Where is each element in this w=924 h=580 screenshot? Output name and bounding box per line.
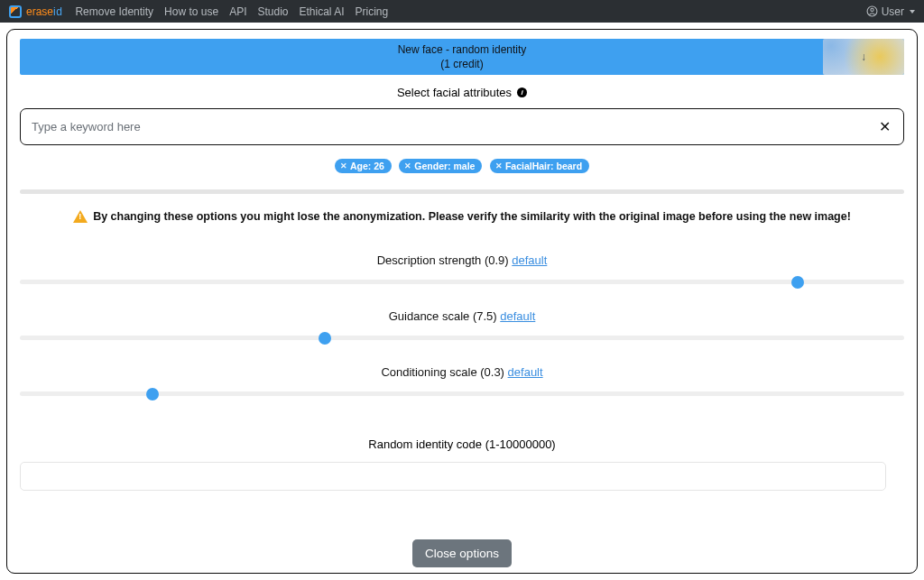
warning-text: By changing these options you might lose… [93, 210, 851, 223]
keyword-search-row: ✕ [20, 108, 904, 145]
anonymization-warning: By changing these options you might lose… [20, 210, 904, 223]
guidance-scale-slider[interactable] [20, 336, 904, 340]
slider-thumb[interactable] [319, 332, 331, 345]
attribute-tags: ✕ Age: 26 ✕ Gender: male ✕ FacialHair: b… [20, 156, 904, 173]
conditioning-scale-group: Conditioning scale (0.3) default [20, 365, 904, 396]
attributes-heading-row: Select facial attributes i [20, 86, 904, 99]
clear-search-icon[interactable]: ✕ [877, 118, 892, 135]
banner-preview-thumb[interactable]: ↓ [823, 39, 904, 75]
nav-studio[interactable]: Studio [257, 5, 288, 18]
description-strength-label: Description strength (0.9) [377, 253, 513, 267]
section-divider [20, 189, 904, 194]
identity-code-label: Random identity code (1-10000000) [20, 437, 904, 451]
guidance-scale-group: Guidance scale (7.5) default [20, 309, 904, 340]
banner-line-1: New face - random identity [20, 43, 904, 58]
chip-label: FacialHair: beard [505, 161, 582, 171]
download-arrow-icon: ↓ [861, 51, 866, 63]
slider-thumb[interactable] [791, 276, 804, 289]
brand-text-1: erase [26, 5, 53, 18]
chevron-down-icon [910, 10, 915, 14]
keyword-search-input[interactable] [32, 120, 877, 133]
nav-how-to-use[interactable]: How to use [164, 5, 218, 18]
user-menu[interactable]: User [866, 5, 915, 18]
user-label: User [882, 5, 904, 18]
chip-label: Gender: male [414, 161, 475, 171]
brand-text-2: id [53, 5, 62, 18]
attributes-heading: Select facial attributes [397, 86, 512, 99]
close-options-button[interactable]: Close options [412, 539, 512, 567]
conditioning-scale-default-link[interactable]: default [508, 365, 543, 379]
guidance-scale-label: Guidance scale (7.5) [389, 309, 501, 323]
info-icon[interactable]: i [517, 87, 527, 97]
chip-label: Age: 26 [350, 161, 384, 171]
slider-thumb[interactable] [146, 388, 159, 400]
attribute-chip-age[interactable]: ✕ Age: 26 [335, 159, 392, 173]
chip-remove-icon[interactable]: ✕ [404, 161, 411, 170]
chip-remove-icon[interactable]: ✕ [495, 161, 503, 170]
identity-code-input[interactable] [20, 462, 886, 491]
nav-remove-identity[interactable]: Remove Identity [75, 5, 153, 18]
attribute-chip-facialhair[interactable]: ✕ FacialHair: beard [490, 159, 589, 173]
user-icon [866, 5, 878, 17]
chip-remove-icon[interactable]: ✕ [340, 161, 347, 170]
description-strength-default-link[interactable]: default [512, 253, 547, 267]
svg-point-1 [871, 8, 873, 11]
guidance-scale-default-link[interactable]: default [500, 309, 535, 323]
nav-api[interactable]: API [229, 5, 246, 18]
attribute-chip-gender[interactable]: ✕ Gender: male [399, 159, 482, 173]
top-navbar: eraseid Remove Identity How to use API S… [0, 0, 924, 23]
description-strength-group: Description strength (0.9) default [20, 253, 904, 284]
options-panel: New face - random identity (1 credit) ↓ … [6, 29, 918, 574]
main-nav: Remove Identity How to use API Studio Et… [75, 5, 388, 18]
new-face-banner[interactable]: New face - random identity (1 credit) ↓ [20, 39, 904, 75]
nav-pricing[interactable]: Pricing [356, 5, 389, 18]
conditioning-scale-label: Conditioning scale (0.3) [381, 365, 507, 379]
description-strength-slider[interactable] [20, 280, 904, 284]
banner-line-2: (1 credit) [20, 58, 904, 70]
brand-logo[interactable]: eraseid [9, 5, 62, 18]
nav-ethical-ai[interactable]: Ethical AI [300, 5, 345, 18]
brand-logo-icon [9, 5, 22, 18]
conditioning-scale-slider[interactable] [20, 391, 904, 396]
warning-icon [73, 210, 88, 223]
